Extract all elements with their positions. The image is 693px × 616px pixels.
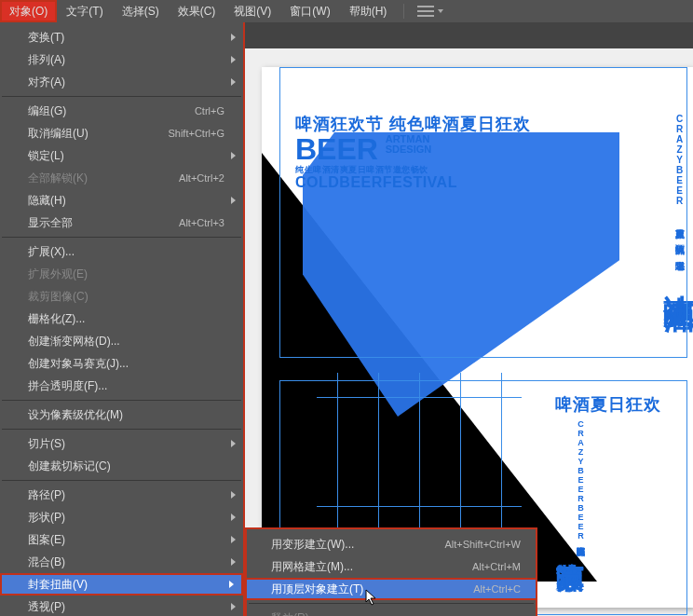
menubar-item-view[interactable]: 视图(V) <box>224 0 280 22</box>
menu-item[interactable]: 创建裁切标记(C) <box>0 455 243 477</box>
menu-item[interactable]: 显示全部Alt+Ctrl+3 <box>0 212 243 234</box>
menu-item[interactable]: 拼合透明度(F)... <box>0 375 243 397</box>
paragraph-icon <box>417 6 434 17</box>
cursor-icon <box>365 589 378 606</box>
menu-shortcut: Ctrl+G <box>195 105 224 116</box>
menu-shortcut: Alt+Shift+Ctrl+W <box>444 539 521 550</box>
menu-item-label: 显示全部 <box>28 215 179 231</box>
menu-item-label: 释放(R) <box>271 610 521 617</box>
menubar-item-help[interactable]: 帮助(H) <box>340 0 397 22</box>
chevron-right-icon <box>231 78 236 86</box>
menu-item-label: 创建对象马赛克(J)... <box>28 356 224 372</box>
menu-item-label: 形状(P) <box>28 510 224 526</box>
menubar-item-object[interactable]: 对象(O) <box>0 0 57 22</box>
menu-separator <box>2 480 241 481</box>
menu-item-label: 扩展(X)... <box>28 244 224 260</box>
selection-box[interactable] <box>279 67 687 358</box>
menu-item-label: 切片(S) <box>28 436 224 452</box>
menu-separator <box>2 400 241 401</box>
menubar-item-effect[interactable]: 效果(C) <box>169 0 225 22</box>
menu-item-label: 路径(P) <box>28 487 224 503</box>
menu-item-label: 锁定(L) <box>28 148 224 164</box>
submenu-item[interactable]: 用顶层对象建立(T)Alt+Ctrl+C <box>245 578 537 600</box>
menu-item-label: 用网格建立(M)... <box>271 559 472 575</box>
menu-item[interactable]: 变换(T) <box>0 26 243 48</box>
menubar-separator <box>403 4 404 19</box>
menu-item[interactable]: 透视(P) <box>0 595 243 616</box>
menu-item-label: 设为像素级优化(M) <box>28 407 224 423</box>
menu-item-label: 隐藏(H) <box>28 193 224 209</box>
menu-separator <box>2 429 241 430</box>
menu-shortcut: Alt+Ctrl+M <box>472 561 521 572</box>
menubar-item-window[interactable]: 窗口(W) <box>280 0 339 22</box>
menu-item[interactable]: 形状(P) <box>0 506 243 528</box>
menu-item[interactable]: 切片(S) <box>0 432 243 455</box>
chevron-right-icon <box>231 513 236 521</box>
chevron-down-icon <box>438 9 443 13</box>
menu-item[interactable]: 取消编组(U)Shift+Ctrl+G <box>0 122 243 144</box>
menu-item: 全部解锁(K)Alt+Ctrl+2 <box>0 167 243 189</box>
menu-item[interactable]: 对齐(A) <box>0 71 243 93</box>
menu-separator <box>2 96 241 97</box>
chevron-right-icon <box>231 56 236 63</box>
menu-item[interactable]: 路径(P) <box>0 484 243 506</box>
document-tab-bar <box>245 22 693 48</box>
envelope-distort-submenu: 用变形建立(W)...Alt+Shift+Ctrl+W用网格建立(M)...Al… <box>245 527 537 616</box>
menu-item-label: 用变形建立(W)... <box>271 537 444 553</box>
submenu-item[interactable]: 用网格建立(M)...Alt+Ctrl+M <box>247 555 536 578</box>
menu-item[interactable]: 图案(E) <box>0 528 243 551</box>
chevron-right-icon <box>231 558 236 566</box>
object-menu-dropdown: 变换(T)排列(A)对齐(A)编组(G)Ctrl+G取消编组(U)Shift+C… <box>0 22 245 616</box>
menu-item-label: 混合(B) <box>28 554 224 570</box>
menu-item[interactable]: 锁定(L) <box>0 144 243 167</box>
chevron-right-icon <box>229 581 234 588</box>
menubar-item-select[interactable]: 选择(S) <box>113 0 169 22</box>
menu-item[interactable]: 隐藏(H) <box>0 189 243 212</box>
menu-item[interactable]: 创建对象马赛克(J)... <box>0 352 243 375</box>
chevron-right-icon <box>231 197 236 204</box>
submenu-item[interactable]: 用变形建立(W)...Alt+Shift+Ctrl+W <box>247 533 536 555</box>
menu-item[interactable]: 设为像素级优化(M) <box>0 404 243 426</box>
menu-item-label: 排列(A) <box>28 52 224 68</box>
menu-item-label: 裁剪图像(C) <box>28 289 224 305</box>
menu-separator <box>249 603 534 604</box>
chevron-right-icon <box>231 152 236 159</box>
menu-item-label: 取消编组(U) <box>28 126 168 142</box>
menu-item[interactable]: 封套扭曲(V) <box>0 573 243 595</box>
menu-item-label: 封套扭曲(V) <box>28 577 224 593</box>
menu-item-label: 编组(G) <box>28 103 195 119</box>
menu-separator <box>2 237 241 238</box>
chevron-right-icon <box>231 603 236 610</box>
menu-item-label: 变换(T) <box>28 30 224 46</box>
chevron-right-icon <box>231 536 236 543</box>
menu-item-label: 图案(E) <box>28 532 224 548</box>
menu-shortcut: Alt+Ctrl+C <box>473 583 521 595</box>
menu-item-label: 扩展外观(E) <box>28 267 224 282</box>
menu-item-label: 创建渐变网格(D)... <box>28 334 224 349</box>
submenu-item: 释放(R) <box>247 607 536 616</box>
menu-item[interactable]: 扩展(X)... <box>0 240 243 263</box>
menu-item[interactable]: 排列(A) <box>0 48 243 71</box>
chevron-right-icon <box>231 440 236 447</box>
menu-item: 裁剪图像(C) <box>0 285 243 308</box>
menu-item[interactable]: 混合(B) <box>0 551 243 573</box>
menu-item[interactable]: 创建渐变网格(D)... <box>0 330 243 352</box>
menu-shortcut: Alt+Ctrl+3 <box>179 217 224 228</box>
menubar-item-type[interactable]: 文字(T) <box>57 0 112 22</box>
menu-item[interactable]: 栅格化(Z)... <box>0 308 243 330</box>
menubar: 对象(O) 文字(T) 选择(S) 效果(C) 视图(V) 窗口(W) 帮助(H… <box>0 0 693 22</box>
chevron-right-icon <box>231 491 236 499</box>
menubar-alignment-control[interactable] <box>412 6 443 17</box>
menu-item-label: 创建裁切标记(C) <box>28 459 224 474</box>
menu-item-label: 栅格化(Z)... <box>28 311 224 327</box>
menu-item-label: 透视(P) <box>28 599 224 615</box>
menu-item-label: 拼合透明度(F)... <box>28 378 224 394</box>
menu-item-label: 全部解锁(K) <box>28 171 179 186</box>
chevron-right-icon <box>231 34 236 41</box>
menu-shortcut: Shift+Ctrl+G <box>168 128 224 139</box>
menu-item-label: 对齐(A) <box>28 75 224 90</box>
menu-item: 扩展外观(E) <box>0 263 243 285</box>
menu-shortcut: Alt+Ctrl+2 <box>179 172 224 184</box>
menu-item[interactable]: 编组(G)Ctrl+G <box>0 100 243 122</box>
